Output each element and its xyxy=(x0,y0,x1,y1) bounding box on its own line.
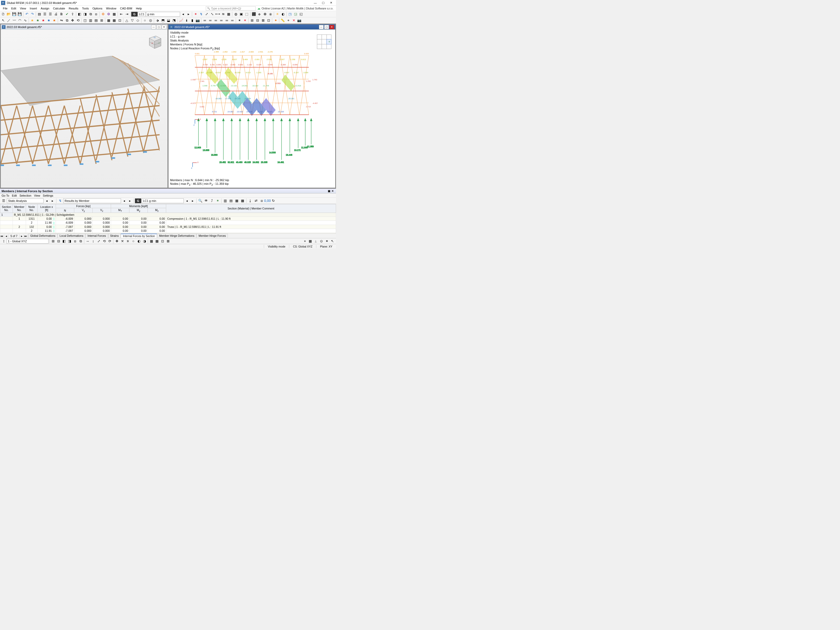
solid1-icon[interactable]: ⬛ xyxy=(251,11,256,17)
panel-menu-view[interactable]: View xyxy=(34,194,40,197)
menu-cad-bim[interactable]: CAD-BIM xyxy=(118,6,134,11)
osnap-toggle-icon[interactable]: ⊙ xyxy=(319,238,324,244)
select-a-icon[interactable]: ◳ xyxy=(287,11,293,17)
bt20-icon[interactable]: ⊡ xyxy=(160,238,165,244)
cursor-toggle-icon[interactable]: ↖ xyxy=(330,238,335,244)
force-mx-icon[interactable]: ═ xyxy=(224,18,229,23)
rotate-icon[interactable]: ⟲ xyxy=(75,18,81,23)
bt19-icon[interactable]: ▩ xyxy=(154,238,159,244)
menu-view[interactable]: View xyxy=(18,6,28,11)
panel-list-icon[interactable]: ☰ xyxy=(1,198,6,204)
mirror-icon[interactable]: ⇋ xyxy=(59,18,64,23)
obj1-icon[interactable]: ◍ xyxy=(233,11,238,17)
loadcase-next-icon[interactable]: ▸ xyxy=(186,11,191,17)
panel-menu-goto[interactable]: Go To xyxy=(2,194,9,197)
view-front-icon[interactable]: ⬓ xyxy=(166,18,171,23)
panel-menu-settings[interactable]: Settings xyxy=(43,194,53,197)
panel-pin-icon[interactable]: ▣ xyxy=(327,189,331,193)
panel-close-icon[interactable]: ✕ xyxy=(331,189,335,193)
denv-icon[interactable]: ≋ xyxy=(221,11,226,17)
bt18-icon[interactable]: ▦ xyxy=(149,238,154,244)
bt4-icon[interactable]: ◨ xyxy=(67,238,72,244)
bt3-icon[interactable]: ◧ xyxy=(62,238,67,244)
obj3-icon[interactable]: ⬚ xyxy=(244,11,249,17)
maximize-button[interactable]: ▢ xyxy=(319,0,327,6)
dgrid-icon[interactable]: ▦ xyxy=(226,11,231,17)
tab-internal-forces-by-section[interactable]: Internal Forces by Section xyxy=(121,234,157,238)
bt16-icon[interactable]: ◐ xyxy=(136,238,142,244)
keyword-search[interactable]: Type a keyword (Alt+Q) xyxy=(206,6,256,11)
load-d-icon[interactable]: ★ xyxy=(46,18,51,23)
panel-lc-next-icon[interactable]: ▸ xyxy=(190,198,195,204)
hinge-a-icon[interactable]: ○ xyxy=(142,18,147,23)
force-v-icon[interactable]: ═ xyxy=(208,18,213,23)
mesh-c-icon[interactable]: ⊡ xyxy=(117,18,122,23)
menu-file[interactable]: File xyxy=(1,6,9,11)
solid2-icon[interactable]: ◆ xyxy=(257,11,262,17)
loadcase-prev-icon[interactable]: ◂ xyxy=(180,11,186,17)
results-by-icon[interactable]: ↯ xyxy=(57,198,63,204)
colgroup-moments[interactable]: Moments [kipft] xyxy=(111,204,166,208)
pointer-icon[interactable]: ↖ xyxy=(0,18,6,23)
copy-icon[interactable]: ⧉ xyxy=(64,18,69,23)
right-close-icon[interactable]: ✕ xyxy=(330,25,334,29)
select-c-icon[interactable]: ◱ xyxy=(298,11,304,17)
tab-global-deformations[interactable]: Global Deformations xyxy=(28,234,57,238)
filter-c-icon[interactable]: ⤴ xyxy=(209,198,215,204)
bt15-icon[interactable]: ○ xyxy=(131,238,136,244)
snap-icon[interactable]: ⌖ xyxy=(286,18,291,23)
bt11-icon[interactable]: ⟳ xyxy=(107,238,112,244)
mode-a-icon[interactable]: ✶ xyxy=(193,11,198,17)
col-location[interactable]: Location x [ft] xyxy=(38,204,56,213)
hinge-b-icon[interactable]: ◎ xyxy=(148,18,153,23)
bt10-icon[interactable]: ⟲ xyxy=(102,238,107,244)
force-my-icon[interactable]: ═ xyxy=(230,18,235,23)
report-icon[interactable]: 🗎 xyxy=(59,11,64,17)
grid-a-icon[interactable]: ⊞ xyxy=(249,18,255,23)
menu-window[interactable]: Window xyxy=(104,6,118,11)
cols-a-icon[interactable]: ▥ xyxy=(223,198,228,204)
menu-help[interactable]: Help xyxy=(134,6,144,11)
results-table-wrap[interactable]: Section No. Member No. Node No. Location… xyxy=(0,204,336,234)
support-b-icon[interactable]: ▽ xyxy=(129,18,135,23)
measure-icon[interactable]: 📏 xyxy=(280,18,285,23)
bt13-icon[interactable]: ⤧ xyxy=(120,238,125,244)
tab-internal-forces[interactable]: Internal Forces xyxy=(85,234,108,238)
panel-lc-prev-icon[interactable]: ◂ xyxy=(184,198,189,204)
align-right-icon[interactable]: ⇥ xyxy=(124,11,129,17)
solid3-icon[interactable]: ⬢ xyxy=(262,11,267,17)
delete-icon[interactable]: ✕ xyxy=(291,18,296,23)
snap-toggle-icon[interactable]: ⌖ xyxy=(302,238,307,244)
calc2-icon[interactable]: ⚙ xyxy=(106,11,111,17)
save-icon[interactable]: 💾 xyxy=(11,11,17,17)
bt14-icon[interactable]: ⤪ xyxy=(125,238,131,244)
bt5-icon[interactable]: ⧈ xyxy=(73,238,78,244)
load-e-icon[interactable]: ★ xyxy=(52,18,57,23)
filter-b-icon[interactable]: 👁 xyxy=(204,198,209,204)
tab-prev-icon[interactable]: ◂ xyxy=(4,234,8,238)
table-row[interactable]: 113110.00 -6.0090.0000.0000.000.000.00Co… xyxy=(0,217,336,221)
col-comment[interactable]: Section (Material) | Member Comment xyxy=(166,204,336,213)
tables-icon[interactable]: ☰ xyxy=(42,11,47,17)
spline-icon[interactable]: ∿ xyxy=(22,18,28,23)
load-a-icon[interactable]: ★ xyxy=(30,18,35,23)
loadcase-code[interactable]: LC1 xyxy=(138,12,146,17)
col-member[interactable]: Member No. xyxy=(13,204,26,213)
decimals-icon[interactable]: 0,00 xyxy=(265,198,270,204)
right-pane-titlebar[interactable]: D 2022.03 Modell gesamt.rf5* — ▢ ✕ xyxy=(169,24,335,30)
surface-b-icon[interactable]: ▥ xyxy=(88,18,93,23)
right-minimize-icon[interactable]: — xyxy=(319,25,324,29)
bt12-icon[interactable]: ✥ xyxy=(114,238,120,244)
left-minimize-icon[interactable]: — xyxy=(151,25,156,29)
menu-insert[interactable]: Insert xyxy=(28,6,39,11)
left-viewport[interactable]: +Z +X -Y xyxy=(1,30,167,188)
analysis-next-icon[interactable]: ▸ xyxy=(50,198,55,204)
license-info[interactable]: Online License A2 | Martin Motlik | Dlub… xyxy=(256,6,335,10)
export-icon[interactable]: ⇪ xyxy=(70,11,75,17)
grid-c-icon[interactable]: ⊠ xyxy=(261,18,266,23)
panel-header[interactable]: Members | Internal Forces by Section ▣ ✕ xyxy=(0,189,336,193)
save-all-icon[interactable]: 💾 xyxy=(17,11,22,17)
polyline-icon[interactable]: 〰 xyxy=(11,18,17,23)
view4-icon[interactable]: ⧈ xyxy=(93,11,99,17)
force-m-icon[interactable]: ═ xyxy=(213,18,218,23)
